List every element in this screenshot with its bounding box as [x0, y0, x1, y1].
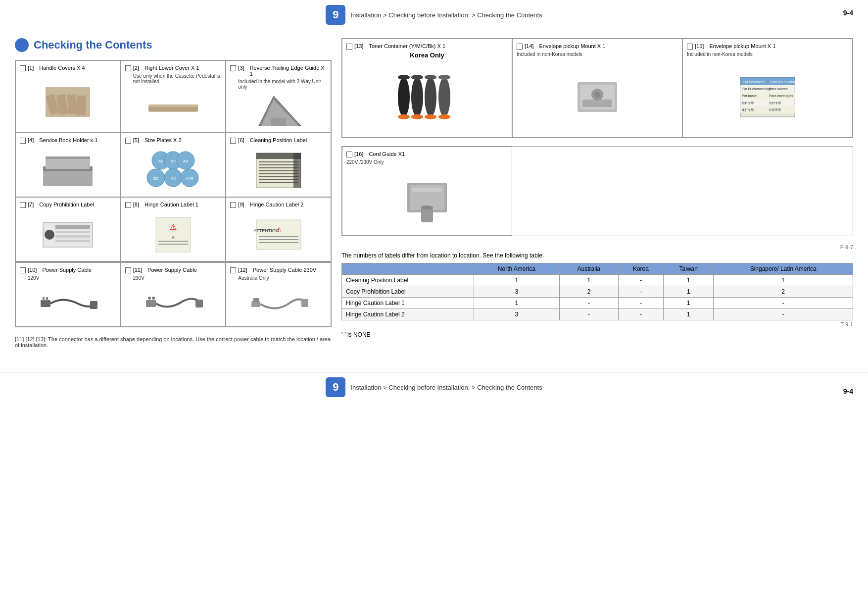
item-image-7 — [20, 212, 116, 257]
item-image-13 — [346, 61, 508, 133]
item-subtext-3: Included in the model with 3 Way Unit on… — [238, 79, 327, 90]
svg-text:信封专用: 信封专用 — [769, 102, 781, 104]
svg-point-73 — [438, 77, 450, 117]
table-cell-val: - — [560, 309, 619, 320]
table-row: Hinge Caution Label 2 3 - - 1 - — [342, 309, 853, 320]
item-checkbox-13[interactable] — [346, 44, 352, 50]
svg-rect-32 — [259, 173, 298, 174]
item-checkbox-9[interactable] — [230, 202, 236, 208]
svg-rect-57 — [90, 301, 97, 309]
item-cell-9: [9] Hinge Caution Label 2 ⚠ ATTENTION — [226, 197, 331, 261]
svg-point-76 — [411, 114, 423, 119]
item-checkbox-6[interactable] — [230, 138, 236, 144]
item-cell-15: [15] Envelope pickup Mount X 1 Included … — [682, 39, 853, 138]
svg-rect-29 — [259, 164, 298, 165]
item-checkbox-1[interactable] — [20, 65, 26, 71]
item-cell-16: [16] Cord Guide X1 220V /230V Only — [342, 147, 512, 236]
svg-point-38 — [45, 230, 54, 240]
item-image-8: ⚠ A — [125, 212, 222, 257]
item-cell-8: [8] Hinge Caution Label 1 ⚠ A — [121, 197, 226, 261]
items-grid-top: [1] Handle Covers X 4 [2] Right Lo — [15, 60, 332, 262]
item-checkbox-2[interactable] — [125, 65, 131, 71]
svg-text:A3: A3 — [158, 159, 163, 163]
item-checkbox-3[interactable] — [230, 65, 236, 71]
table-cell-val: 1 — [664, 286, 714, 298]
right-items-row-bottom: [16] Cord Guide X1 220V /230V Only — [341, 146, 853, 236]
svg-point-83 — [594, 92, 600, 98]
item-checkbox-4[interactable] — [20, 138, 26, 144]
item-label-1: [1] Handle Covers X 4 — [20, 65, 116, 71]
svg-rect-54 — [41, 300, 50, 307]
bottom-note: [11] [12] [13]: The connector has a diff… — [15, 332, 332, 352]
table-header-australia: Australia — [560, 263, 619, 275]
item-sublabel-15: Included in non-Korea models — [687, 51, 848, 57]
item-image-6 — [230, 148, 327, 193]
svg-rect-48 — [256, 220, 301, 250]
svg-rect-6 — [148, 107, 198, 111]
item-image-12 — [230, 285, 327, 322]
page-number-top: 9-4 — [843, 9, 853, 17]
header-badge: 9 — [326, 5, 345, 25]
item-cell-12: [12] Power Supply Cable 230V Australia O… — [226, 262, 331, 327]
item-checkbox-12[interactable] — [230, 267, 236, 273]
svg-rect-34 — [259, 179, 298, 180]
item-checkbox-15[interactable] — [687, 44, 693, 50]
item-sublabel-14: Included in non-Korea models — [517, 51, 678, 57]
table-header-taiwan: Taiwan — [664, 263, 714, 275]
svg-text:B5: B5 — [153, 176, 158, 181]
table-cell-val: 1 — [560, 275, 619, 286]
svg-rect-41 — [55, 235, 90, 238]
table-row: Cleaning Position Label 1 1 - 1 1 — [342, 275, 853, 286]
table-cell-val: 1 — [664, 298, 714, 309]
svg-rect-42 — [55, 240, 90, 242]
svg-point-107 — [421, 205, 433, 209]
svg-text:⚠: ⚠ — [170, 223, 177, 231]
page-header: 9 Installation > Checking before Install… — [0, 0, 868, 28]
svg-text:Für Briefumschläge: Für Briefumschläge — [742, 87, 772, 91]
item-label-14: [14] Envelope pickup Mount X 1 — [517, 43, 678, 50]
item-label-10: [10] Power Supply Cable — [20, 267, 116, 273]
svg-text:A: A — [172, 235, 175, 240]
svg-point-75 — [398, 114, 410, 119]
item-checkbox-16[interactable] — [346, 152, 352, 157]
item-image-3 — [230, 94, 327, 128]
svg-rect-47 — [158, 244, 188, 245]
svg-text:A4R: A4R — [186, 176, 193, 181]
table-header-korea: Korea — [618, 263, 663, 275]
table-cell-val: - — [714, 298, 853, 309]
item-checkbox-10[interactable] — [20, 267, 26, 273]
svg-text:Para envelopes: Para envelopes — [769, 94, 793, 98]
item-label-15: [15] Envelope pickup Mount X 1 — [687, 43, 848, 50]
item-checkbox-7[interactable] — [20, 202, 26, 208]
item-image-2 — [125, 88, 222, 128]
svg-text:Pour les envelopes: Pour les envelopes — [770, 80, 797, 84]
svg-rect-46 — [158, 241, 188, 242]
table-cell-val: 1 — [714, 275, 853, 286]
item-checkbox-8[interactable] — [125, 202, 131, 208]
item-checkbox-5[interactable] — [125, 138, 131, 144]
none-note: '-' is NONE — [341, 331, 853, 338]
item-cell-6: [6] Cleaning Position Label — [226, 133, 331, 197]
svg-text:信封专用: 信封专用 — [742, 102, 754, 104]
right-panel: [13] Toner Container (Y/M/C/Bk) X 1 Kore… — [341, 38, 853, 352]
svg-rect-106 — [421, 207, 433, 222]
table-cell-val: 1 — [474, 298, 559, 309]
footer-breadcrumb: Installation > Checking before Installat… — [350, 384, 542, 391]
item-label-7: [7] Copy Prohibition Label — [20, 202, 116, 208]
item-subtext-10: 120V — [28, 275, 116, 281]
table-row: Hinge Caution Label 1 1 - - 1 - — [342, 298, 853, 309]
table-cell-val: 1 — [664, 309, 714, 320]
svg-rect-9 — [271, 118, 286, 126]
svg-rect-52 — [259, 239, 298, 240]
table-cell-val: - — [618, 309, 663, 320]
svg-point-60 — [152, 297, 155, 300]
item-checkbox-11[interactable] — [125, 267, 131, 273]
item-image-10 — [20, 285, 116, 322]
svg-rect-3 — [67, 94, 78, 114]
svg-point-74 — [438, 75, 450, 80]
item-subtext-2: Use only when the Cassette Pedestal is n… — [133, 73, 222, 84]
item-checkbox-14[interactable] — [517, 44, 523, 50]
svg-text:For Envelopes: For Envelopes — [743, 80, 766, 84]
item-cell-10: [10] Power Supply Cable 120V — [15, 262, 121, 327]
svg-rect-53 — [259, 242, 298, 243]
